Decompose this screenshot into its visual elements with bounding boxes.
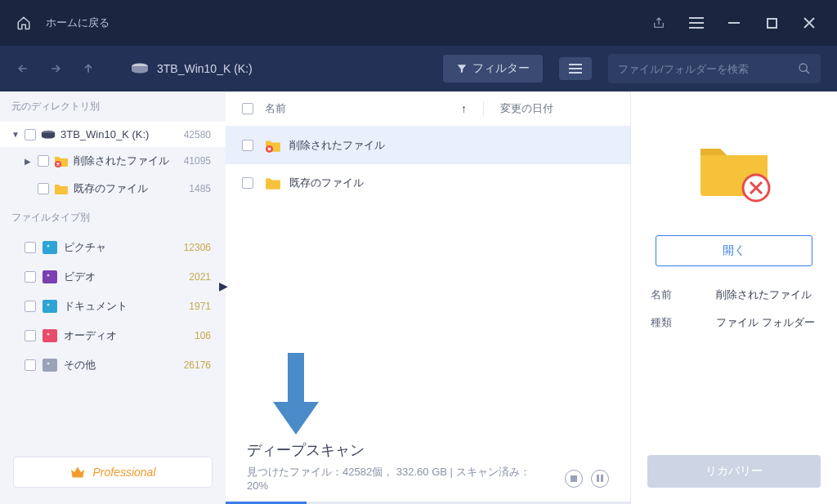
sidebar-section-type: ファイルタイプ別: [0, 203, 226, 233]
checkbox[interactable]: [25, 242, 36, 253]
nav-up-icon[interactable]: [82, 62, 98, 75]
folder-icon: [54, 183, 69, 195]
type-count: 106: [195, 330, 217, 341]
search-icon[interactable]: [798, 62, 811, 75]
expand-icon[interactable]: ▼: [11, 130, 20, 139]
recovery-button[interactable]: リカバリー: [647, 455, 821, 488]
svg-rect-2: [689, 27, 704, 29]
info-name: 名前 削除されたファイル: [647, 288, 821, 302]
home-label[interactable]: ホームに戻る: [46, 16, 110, 30]
type-row[interactable]: ビデオ 2021: [0, 262, 226, 292]
tree-label: 削除されたファイル: [74, 154, 179, 168]
path-text: 3TB_Win10_K (K:): [157, 62, 253, 75]
type-icon: [43, 329, 57, 342]
type-row[interactable]: オーディオ 106: [0, 321, 226, 350]
nav-forward-icon[interactable]: [49, 62, 65, 75]
folder-deleted-icon: [54, 155, 69, 167]
drive-icon: [131, 63, 149, 74]
titlebar: ホームに戻る: [0, 0, 837, 46]
pause-icon[interactable]: [591, 470, 609, 488]
filter-button[interactable]: フィルター: [443, 55, 543, 83]
file-label: 削除されたファイル: [289, 138, 385, 153]
view-menu-button[interactable]: [559, 57, 592, 80]
status-title: ディープスキャン: [247, 440, 609, 460]
column-date[interactable]: 変更の日付: [483, 101, 614, 116]
type-row[interactable]: その他 26176: [0, 350, 226, 380]
close-icon[interactable]: [798, 11, 821, 34]
type-label: ビデオ: [64, 270, 182, 284]
type-count: 1971: [189, 301, 217, 312]
checkbox[interactable]: [25, 301, 36, 312]
nav-back-icon[interactable]: [16, 62, 33, 75]
svg-rect-3: [728, 22, 740, 24]
svg-point-9: [799, 64, 807, 71]
expand-icon[interactable]: ▶: [25, 157, 33, 166]
checkbox[interactable]: [25, 271, 36, 283]
checkbox[interactable]: [38, 155, 49, 167]
tree-count: 41095: [184, 155, 217, 167]
svg-rect-8: [569, 72, 582, 74]
svg-rect-26: [601, 475, 603, 482]
professional-button[interactable]: Professional: [13, 457, 213, 488]
sidebar: 元のディレクトリ別 ▼ 3TB_Win10_K (K:) 42580 ▶ 削除さ…: [0, 91, 226, 504]
svg-rect-7: [569, 68, 582, 69]
tree-row-deleted[interactable]: ▶ 削除されたファイル 41095: [0, 147, 226, 175]
type-label: ドキュメント: [64, 299, 182, 314]
sidebar-section-dir: 元のディレクトリ別: [0, 91, 226, 122]
svg-point-19: [47, 333, 50, 336]
info-type: 種類 ファイル フォルダー: [647, 315, 821, 330]
svg-rect-25: [597, 475, 599, 482]
drive-icon: [41, 130, 56, 140]
type-row[interactable]: ピクチャ 12306: [0, 233, 226, 262]
folder-icon: [265, 176, 281, 190]
status-text: 見つけたファイル：42582個， 332.60 GB | スキャン済み：20%: [247, 465, 550, 492]
folder-deleted-icon: [265, 139, 281, 153]
svg-rect-23: [288, 353, 304, 404]
menu-icon[interactable]: [685, 11, 708, 34]
filelist: ▶ 名前 ↑ 変更の日付 削除されたファイル 既存のファイル ディープスキャン …: [226, 91, 631, 504]
share-icon[interactable]: [647, 11, 670, 34]
open-button[interactable]: 開く: [656, 235, 812, 266]
svg-rect-4: [768, 19, 777, 28]
svg-point-21: [47, 363, 50, 365]
svg-point-13: [47, 245, 50, 248]
file-row[interactable]: 既存のファイル: [226, 164, 630, 202]
file-row[interactable]: 削除されたファイル: [226, 127, 630, 164]
checkbox[interactable]: [25, 129, 36, 140]
type-icon: [43, 359, 57, 372]
type-label: ピクチャ: [64, 240, 177, 255]
tree-count: 42580: [184, 129, 217, 140]
home-icon[interactable]: [16, 16, 31, 30]
status-area: ディープスキャン 見つけたファイル：42582個， 332.60 GB | スキ…: [226, 430, 630, 502]
type-row[interactable]: ドキュメント 1971: [0, 292, 226, 321]
checkbox[interactable]: [25, 359, 36, 371]
type-count: 12306: [184, 242, 217, 253]
panel-collapse-icon[interactable]: ▶: [219, 279, 228, 292]
type-count: 2021: [189, 271, 217, 283]
checkbox[interactable]: [242, 177, 253, 189]
search-box[interactable]: [608, 54, 821, 83]
checkbox[interactable]: [242, 140, 253, 151]
filter-label: フィルター: [472, 61, 530, 76]
type-icon: [43, 300, 57, 313]
main: 元のディレクトリ別 ▼ 3TB_Win10_K (K:) 42580 ▶ 削除さ…: [0, 91, 837, 504]
tree-count: 1485: [189, 183, 217, 194]
svg-rect-1: [689, 22, 704, 24]
svg-rect-6: [569, 64, 582, 65]
checkbox-all[interactable]: [242, 103, 253, 114]
file-label: 既存のファイル: [289, 176, 364, 190]
search-input[interactable]: [618, 63, 798, 75]
pro-label: Professional: [92, 466, 155, 479]
minimize-icon[interactable]: [723, 11, 745, 34]
sort-asc-icon[interactable]: ↑: [461, 102, 467, 115]
stop-icon[interactable]: [565, 470, 583, 488]
maximize-icon[interactable]: [760, 11, 783, 34]
tree-row-root[interactable]: ▼ 3TB_Win10_K (K:) 42580: [0, 122, 226, 147]
checkbox[interactable]: [38, 183, 49, 194]
column-name[interactable]: 名前 ↑: [265, 101, 483, 116]
svg-rect-24: [571, 475, 577, 482]
svg-rect-12: [46, 243, 54, 252]
svg-rect-18: [46, 332, 54, 340]
tree-row-existing[interactable]: 既存のファイル 1485: [0, 175, 226, 203]
checkbox[interactable]: [25, 330, 36, 341]
